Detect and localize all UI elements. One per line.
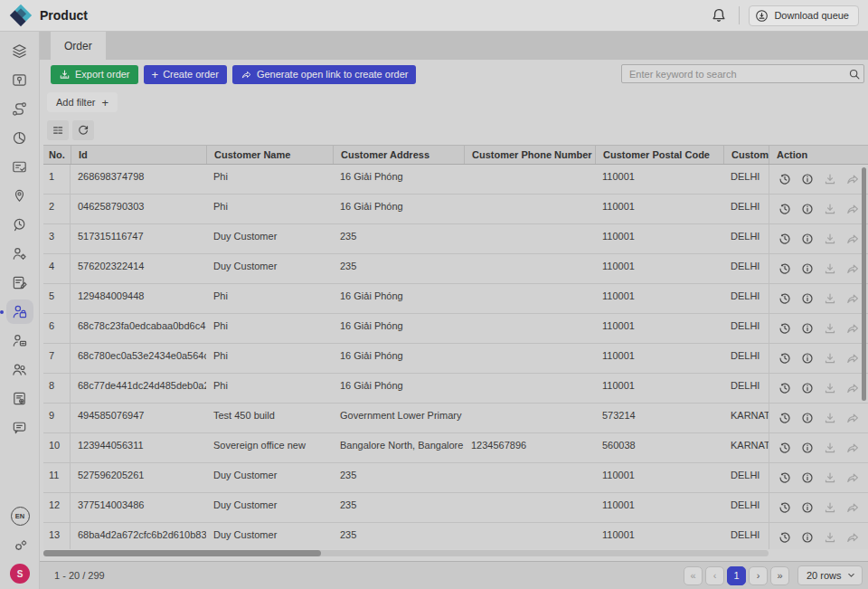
column-header-no[interactable]: No. xyxy=(43,146,71,164)
cell-actions xyxy=(769,523,868,549)
sidebar-item-invoice[interactable] xyxy=(6,386,33,411)
export-order-button[interactable]: Export order xyxy=(51,65,138,84)
info-button[interactable] xyxy=(799,321,815,337)
info-button[interactable] xyxy=(799,530,815,546)
table-row: 668c78c23fa0edcabaa0bd6c4Phi16 Giải Phón… xyxy=(43,314,868,344)
info-button[interactable] xyxy=(799,411,815,426)
cell-no: 12 xyxy=(43,493,71,522)
sidebar-item-pie-chart[interactable] xyxy=(6,126,33,150)
notifications-bell-icon[interactable] xyxy=(708,5,730,26)
horizontal-scrollbar-thumb[interactable] xyxy=(43,550,321,556)
column-header-customer-postal-code[interactable]: Customer Postal Code xyxy=(595,146,723,164)
sidebar-item-location-share[interactable] xyxy=(6,184,33,208)
info-button[interactable] xyxy=(799,261,815,277)
history-button[interactable] xyxy=(777,202,792,217)
first-page-button[interactable]: « xyxy=(684,566,703,585)
pagination: « ‹ 1 › » 20 rows xyxy=(684,565,863,585)
vertical-scrollbar-thumb[interactable] xyxy=(862,167,866,401)
info-button[interactable] xyxy=(799,172,815,187)
column-header-customer-name[interactable]: Customer Name xyxy=(206,146,333,164)
info-button[interactable] xyxy=(799,470,815,486)
info-button[interactable] xyxy=(799,381,815,396)
share-button xyxy=(844,261,860,277)
sidebar-item-layers[interactable] xyxy=(6,39,33,63)
cell-customer-postal-code: 110001 xyxy=(595,195,723,223)
history-button[interactable] xyxy=(777,470,792,486)
language-switch-button[interactable]: EN xyxy=(11,507,30,526)
column-header-customer-phone-number[interactable]: Customer Phone Number xyxy=(464,146,595,164)
history-button[interactable] xyxy=(777,351,792,366)
share-button xyxy=(844,351,860,366)
chat-icon xyxy=(11,419,28,436)
download-button xyxy=(822,232,837,247)
history-button[interactable] xyxy=(777,172,792,187)
sidebar-item-customer-orders[interactable] xyxy=(6,299,33,324)
sidebar-item-chat[interactable] xyxy=(6,415,33,440)
column-header-customer-address[interactable]: Customer Address xyxy=(333,146,464,164)
sidebar-item-map[interactable] xyxy=(6,68,33,92)
share-button xyxy=(844,441,860,456)
info-button[interactable] xyxy=(799,500,815,516)
promotion-icon xyxy=(11,216,28,233)
download-queue-button[interactable]: Download queue xyxy=(749,5,859,26)
tab-order[interactable]: Order xyxy=(51,32,106,60)
info-button[interactable] xyxy=(799,202,815,217)
column-header-action[interactable]: Action xyxy=(769,146,868,164)
invoice-icon xyxy=(11,390,28,407)
history-button[interactable] xyxy=(777,291,792,307)
user-settings-icon xyxy=(11,245,28,262)
generate-open-link-button[interactable]: Generate open link to create order xyxy=(232,65,417,84)
cell-customer-name: Duy Customer xyxy=(206,493,333,522)
refresh-button[interactable] xyxy=(72,120,94,140)
info-button[interactable] xyxy=(799,232,815,247)
column-header-id[interactable]: Id xyxy=(71,146,206,164)
user-avatar[interactable]: S xyxy=(10,564,30,584)
sidebar-item-route[interactable] xyxy=(6,97,33,121)
share-link-icon xyxy=(241,69,252,81)
tab-strip: Order xyxy=(40,32,868,60)
cell-no: 11 xyxy=(43,463,71,492)
history-button[interactable] xyxy=(777,321,792,337)
sidebar-item-promotion[interactable] xyxy=(6,213,33,237)
info-button[interactable] xyxy=(799,291,815,307)
settings-gears-icon[interactable] xyxy=(10,535,30,555)
cell-id: 123944056311 xyxy=(71,433,206,462)
add-filter-button[interactable]: Add filter + xyxy=(47,92,118,112)
history-button[interactable] xyxy=(777,500,792,516)
sidebar-item-user-settings[interactable] xyxy=(6,242,33,266)
next-page-button[interactable]: › xyxy=(749,566,768,585)
prev-page-button[interactable]: ‹ xyxy=(705,566,724,585)
column-settings-button[interactable] xyxy=(47,120,69,140)
history-button[interactable] xyxy=(777,232,792,247)
history-button[interactable] xyxy=(777,261,792,277)
history-button[interactable] xyxy=(777,411,792,426)
cell-customer-phone xyxy=(464,165,595,194)
search-icon[interactable] xyxy=(845,68,863,81)
cell-id: 129484009448 xyxy=(71,284,206,313)
cell-customer-name: Phi xyxy=(206,284,333,313)
sidebar-item-form-edit[interactable] xyxy=(6,271,33,295)
add-filter-plus-icon: + xyxy=(101,97,108,109)
rows-per-page-select[interactable]: 20 rows xyxy=(797,565,863,585)
history-button[interactable] xyxy=(777,530,792,546)
create-order-button[interactable]: + Create order xyxy=(144,65,227,84)
history-button[interactable] xyxy=(777,441,792,456)
history-button[interactable] xyxy=(777,381,792,396)
column-header-customer-a[interactable]: Customer A xyxy=(723,146,769,164)
sidebar-item-user-card[interactable] xyxy=(6,328,33,353)
horizontal-scrollbar xyxy=(43,550,769,556)
last-page-button[interactable]: » xyxy=(770,566,789,585)
info-button[interactable] xyxy=(799,351,815,366)
users-icon xyxy=(11,361,28,378)
info-button[interactable] xyxy=(799,441,815,456)
cell-id: 527596205261 xyxy=(71,463,206,492)
search-input[interactable] xyxy=(622,65,845,82)
page-1-button[interactable]: 1 xyxy=(727,566,746,585)
cell-customer-area: DELHI xyxy=(723,523,769,549)
cell-customer-postal-code: 110001 xyxy=(595,224,723,253)
sidebar-item-users[interactable] xyxy=(6,357,33,382)
cell-actions xyxy=(769,344,868,373)
sidebar-item-order-check[interactable] xyxy=(6,155,33,179)
pie-chart-icon xyxy=(11,129,28,147)
cell-id: 377514003486 xyxy=(71,493,206,522)
